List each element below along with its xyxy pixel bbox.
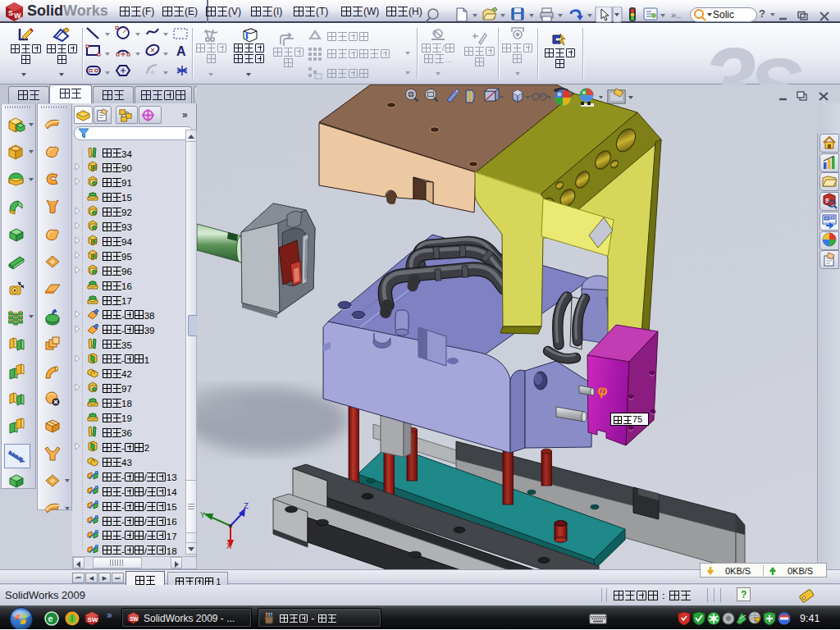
svg-text:S: S (8, 9, 13, 17)
svg-text:6: 6 (432, 29, 436, 37)
svg-text:X: X (226, 542, 231, 551)
svg-text:e: e (48, 614, 53, 623)
svg-text:W: W (14, 11, 21, 20)
svg-text:?: ? (741, 589, 746, 600)
svg-text:Z: Z (244, 502, 249, 511)
svg-text:SW: SW (88, 616, 98, 623)
svg-text:SW: SW (130, 616, 139, 622)
svg-text:A: A (176, 44, 186, 58)
svg-text:Y: Y (200, 511, 205, 520)
svg-text:»..: ».. (671, 10, 681, 20)
